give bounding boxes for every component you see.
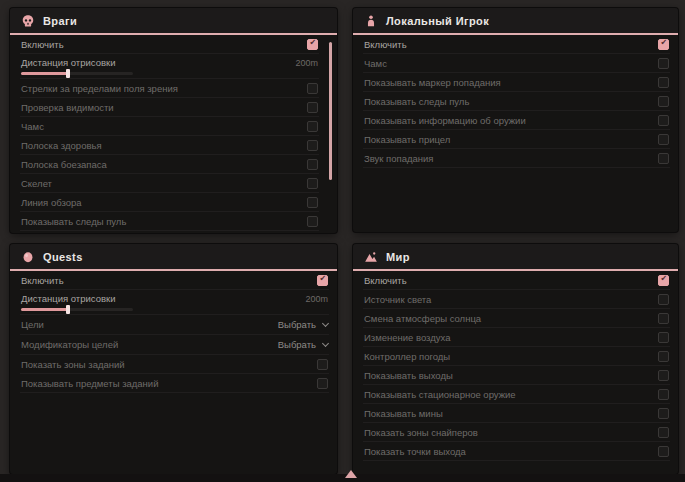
row-local-item[interactable]: Звук попадания [363, 149, 670, 168]
panel-title: Мир [386, 251, 410, 263]
checkbox[interactable] [307, 102, 318, 113]
row-quests-draw-distance: Дистанция отрисовки 200m [20, 290, 329, 315]
checkbox[interactable] [658, 96, 669, 107]
slider-value: 200m [295, 58, 318, 68]
row-local-item[interactable]: Показывать следы пуль [363, 92, 670, 111]
checkbox[interactable] [658, 427, 669, 438]
setting-label: Показать зоны заданий [21, 359, 125, 370]
checkbox[interactable] [307, 140, 318, 151]
row-enemies-item[interactable]: Полоска боезапаса [20, 155, 319, 174]
draw-distance-slider[interactable] [21, 72, 133, 75]
row-world-item[interactable]: Показывать мины [363, 404, 670, 423]
row-world-item[interactable]: Показывать стационарное оружие [363, 385, 670, 404]
checkbox[interactable] [658, 389, 669, 400]
row-local-item[interactable]: Показывать информацию об оружии [363, 111, 670, 130]
slider-fill [21, 72, 68, 75]
checkbox-quests-enable[interactable] [317, 275, 328, 286]
setting-label: Смена атмосферы солнца [364, 313, 481, 324]
checkbox[interactable] [658, 134, 669, 145]
row-enemies-item[interactable]: Линия обзора [20, 193, 319, 212]
setting-label: Дистанция отрисовки [21, 57, 115, 68]
row-quests-item[interactable]: Показать зоны заданий [20, 355, 329, 374]
checkbox[interactable] [307, 159, 318, 170]
target-modifiers-dropdown[interactable]: Выбрать [278, 339, 328, 350]
checkbox[interactable] [658, 332, 669, 343]
row-quests-enable[interactable]: Включить [20, 271, 329, 290]
checkbox[interactable] [658, 153, 669, 164]
checkbox[interactable] [307, 216, 318, 227]
row-local-item[interactable]: Показывать маркер попадания [363, 73, 670, 92]
setting-label: Показывать следы пуль [21, 216, 126, 227]
setting-label: Линия обзора [21, 197, 82, 208]
setting-label: Показывать стационарное оружие [364, 389, 516, 400]
checkbox[interactable] [317, 378, 328, 389]
row-enemies-enable[interactable]: Включить [20, 35, 319, 54]
setting-label: Включить [21, 39, 64, 50]
chevron-down-icon [322, 319, 329, 326]
row-local-item[interactable]: Чамс [363, 54, 670, 73]
row-world-item[interactable]: Изменение воздуха [363, 328, 670, 347]
row-enemies-item[interactable]: Скелет [20, 174, 319, 193]
checkbox-enemies-enable[interactable] [307, 39, 318, 50]
panel-title: Локальный Игрок [386, 15, 489, 27]
panel-local-player: Локальный Игрок Включить Чамс Показывать… [353, 8, 678, 232]
setting-label: Цели [21, 319, 44, 330]
row-world-item[interactable]: Показывать выходы [363, 366, 670, 385]
row-local-enable[interactable]: Включить [363, 35, 670, 54]
setting-label: Полоска боезапаса [21, 159, 107, 170]
row-enemies-item[interactable]: Показывать следы пуль [20, 212, 319, 231]
skull-icon [21, 14, 35, 28]
row-quests-item[interactable]: Показывать предметы заданий [20, 374, 329, 393]
row-quests-targets: Цели Выбрать [20, 315, 329, 335]
row-world-enable[interactable]: Включить [363, 271, 670, 290]
checkbox-world-enable[interactable] [658, 275, 669, 286]
checkbox[interactable] [658, 115, 669, 126]
checkbox[interactable] [658, 294, 669, 305]
setting-label: Показывать выходы [364, 370, 453, 381]
panel-quests: Quests Включить Дистанция отрисовки 200m… [10, 244, 337, 474]
row-enemies-item[interactable]: Чамс [20, 117, 319, 136]
setting-label: Модификаторы целей [21, 339, 118, 350]
row-enemies-item[interactable]: Проверка видимости [20, 98, 319, 117]
scrollbar-thumb[interactable] [329, 42, 332, 180]
panel-enemies-header: Враги [10, 8, 337, 35]
dropdown-value: Выбрать [278, 339, 316, 350]
checkbox[interactable] [658, 58, 669, 69]
row-enemies-item[interactable]: Стрелки за пределами поля зрения [20, 79, 319, 98]
checkbox[interactable] [307, 197, 318, 208]
row-world-item[interactable]: Контроллер погоды [363, 347, 670, 366]
setting-label: Показать зоны снайперов [364, 427, 478, 438]
targets-dropdown[interactable]: Выбрать [278, 319, 328, 330]
setting-label: Контроллер погоды [364, 351, 450, 362]
mountains-icon [364, 250, 378, 264]
chevron-down-icon [322, 339, 329, 346]
setting-label: Проверка видимости [21, 102, 114, 113]
row-enemies-item[interactable]: Полоска здоровья [20, 136, 319, 155]
row-world-item[interactable]: Показать зоны снайперов [363, 423, 670, 442]
checkbox-local-enable[interactable] [658, 39, 669, 50]
row-world-item[interactable]: Смена атмосферы солнца [363, 309, 670, 328]
checkbox[interactable] [658, 313, 669, 324]
slider-knob[interactable] [66, 305, 70, 314]
setting-label: Включить [21, 275, 64, 286]
panel-title: Quests [43, 251, 83, 263]
checkbox[interactable] [658, 446, 669, 457]
row-quests-target-modifiers: Модификаторы целей Выбрать [20, 335, 329, 355]
slider-knob[interactable] [66, 69, 70, 78]
checkbox[interactable] [658, 408, 669, 419]
row-world-item[interactable]: Показать точки выхода [363, 442, 670, 461]
setting-label: Звук попадания [364, 153, 434, 164]
checkbox[interactable] [307, 121, 318, 132]
checkbox[interactable] [317, 359, 328, 370]
checkbox[interactable] [307, 178, 318, 189]
checkbox[interactable] [307, 83, 318, 94]
setting-label: Изменение воздуха [364, 332, 451, 343]
panel-title: Враги [43, 15, 77, 27]
checkbox[interactable] [658, 77, 669, 88]
draw-distance-slider[interactable] [21, 308, 133, 311]
checkbox[interactable] [658, 370, 669, 381]
panel-world: Мир Включить Источник света Смена атмосф… [353, 244, 678, 474]
checkbox[interactable] [658, 351, 669, 362]
row-world-item[interactable]: Источник света [363, 290, 670, 309]
row-local-item[interactable]: Показывать прицел [363, 130, 670, 149]
